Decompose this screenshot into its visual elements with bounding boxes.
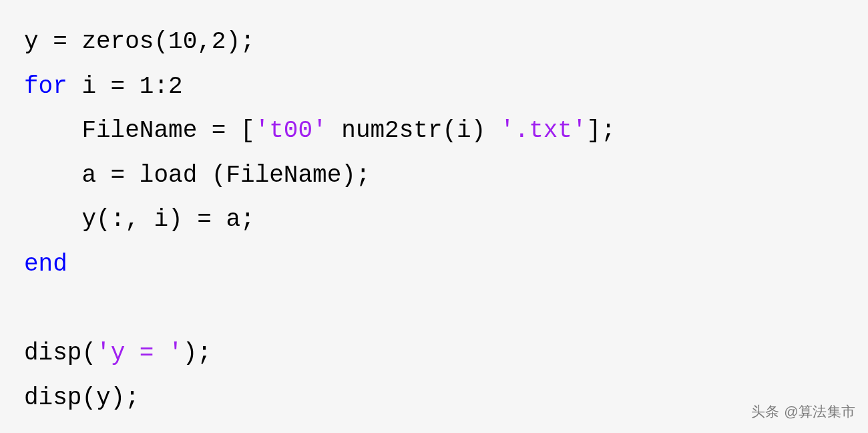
code-line: disp(y); bbox=[24, 384, 140, 412]
code-text: i = 1:2 bbox=[67, 73, 183, 100]
code-line: y = zeros(10,2); bbox=[24, 28, 255, 55]
string-literal: '.txt' bbox=[500, 117, 587, 144]
code-line: a = load (FileName); bbox=[24, 162, 370, 189]
code-text: disp( bbox=[24, 339, 96, 367]
string-literal: 't00' bbox=[255, 117, 327, 144]
string-literal: 'y = ' bbox=[96, 339, 183, 367]
watermark: 头条 @算法集市 bbox=[751, 399, 856, 425]
code-line: y(:, i) = a; bbox=[24, 206, 255, 233]
code-text: FileName = [ bbox=[24, 117, 255, 144]
keyword-for: for bbox=[24, 73, 67, 100]
keyword-end: end bbox=[24, 251, 67, 278]
code-text: num2str(i) bbox=[327, 117, 500, 144]
code-text: ); bbox=[183, 339, 212, 367]
code-block: y = zeros(10,2); for i = 1:2 FileName = … bbox=[24, 20, 848, 420]
code-text: ]; bbox=[587, 117, 616, 144]
